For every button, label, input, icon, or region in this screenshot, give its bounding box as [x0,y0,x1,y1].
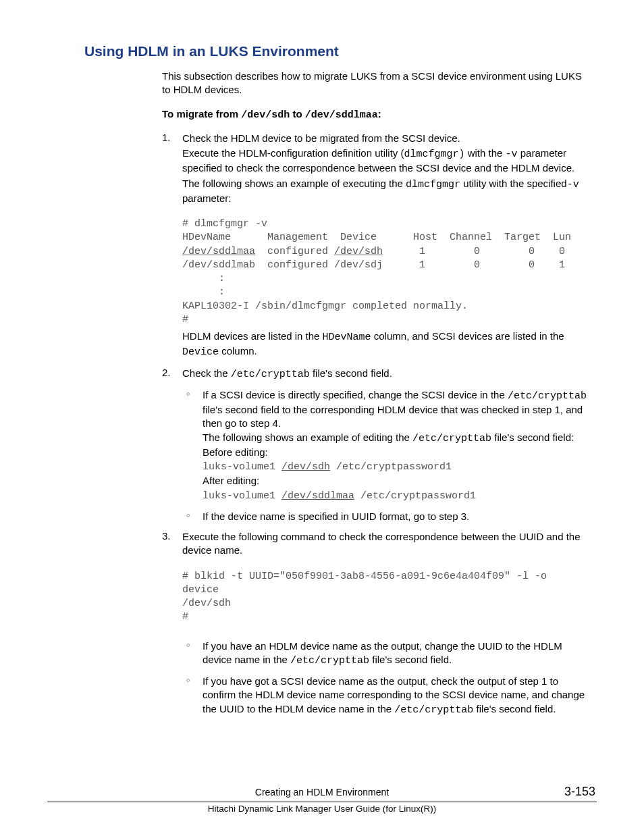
page-number: 3-153 [541,785,595,799]
step1-line2: Execute the HDLM-configuration definitio… [182,147,590,176]
footer-chapter-title: Creating an HDLM Environment [103,787,541,798]
step-1: 1. Check the HDLM device to be migrated … [162,132,590,360]
step2-line1: Check the /etc/crypttab file's second fi… [182,367,590,382]
intro-paragraph: This subsection describes how to migrate… [162,70,590,97]
step1-line1: Check the HDLM device to be migrated fro… [182,132,590,145]
step3-line1: Execute the following command to check t… [182,530,590,558]
step1-line4: HDLM devices are listed in the HDevName … [182,330,590,360]
step-number: 2. [162,367,171,378]
page-footer: Creating an HDLM Environment 3-153 Hitac… [47,785,597,814]
migrate-instruction: To migrate from /dev/sdh to /dev/sddlmaa… [162,107,590,122]
footer-book-title: Hitachi Dynamic Link Manager User Guide … [47,804,597,814]
step3-bullet-1: If you have an HDLM device name as the o… [182,640,590,669]
step3-bullet-2: If you have got a SCSI device name as th… [182,675,590,717]
step-number: 1. [162,132,171,143]
before-editing-code: luks-volume1 /dev/sdh /etc/cryptpassword… [203,461,452,473]
step-3: 3. Execute the following command to chec… [162,530,590,717]
step2-bullet-2: If the device name is specified in UUID … [182,510,590,523]
step2-bullet-1: If a SCSI device is directly specified, … [182,388,590,503]
section-heading: Using HDLM in an LUKS Environment [84,43,597,59]
step-number: 3. [162,530,171,542]
dlmcfgmgr-output: # dlmcfgmgr -v HDevName Management Devic… [182,217,590,327]
before-editing-label: Before editing: [203,446,268,458]
after-editing-code: luks-volume1 /dev/sddlmaa /etc/cryptpass… [203,490,476,502]
step1-line3: The following shows an example of execut… [182,177,590,206]
after-editing-label: After editing: [203,475,259,486]
blkid-output: # blkid -t UUID="050f9901-3ab8-4556-a091… [182,570,590,625]
step-2: 2. Check the /etc/crypttab file's second… [162,367,590,524]
